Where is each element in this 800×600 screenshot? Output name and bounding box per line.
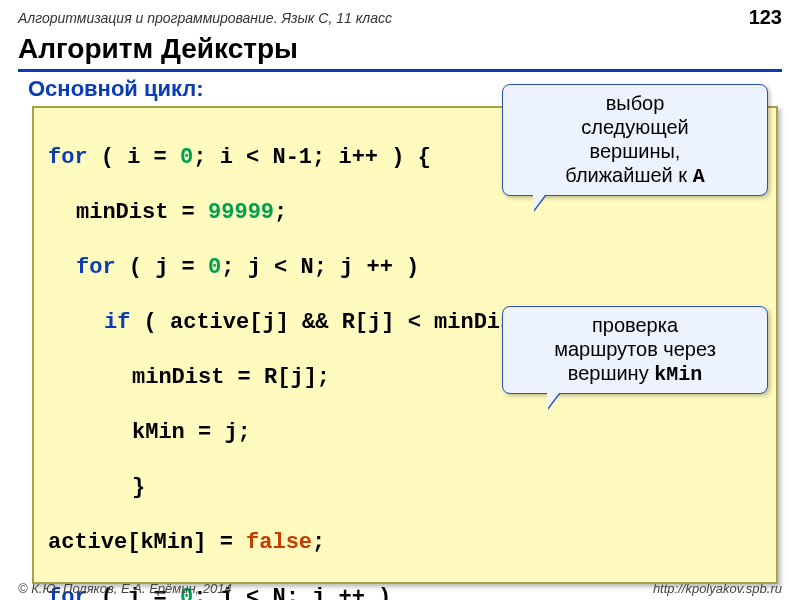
callout-mono: kMin <box>654 363 702 386</box>
code-text: minDist = <box>76 200 208 225</box>
callout-tail-icon <box>547 393 559 409</box>
callout-text: ближайшей к A <box>515 163 755 189</box>
keyword-for: for <box>76 255 116 280</box>
code-line: active[kMin] = false; <box>48 529 762 557</box>
callout-mono: A <box>693 165 705 188</box>
literal-number: 0 <box>180 145 193 170</box>
code-line: } <box>132 474 762 502</box>
callout-text: проверка <box>515 313 755 337</box>
code-text: ; <box>274 200 287 225</box>
code-line: for ( j = 0; j < N; j ++ ) <box>76 254 762 282</box>
callout-text: следующей <box>515 115 755 139</box>
callout-select-vertex: выбор следующей вершины, ближайшей к A <box>502 84 768 196</box>
code-line: minDist = 99999; <box>76 199 762 227</box>
code-text: ; i < N-1; i++ ) { <box>193 145 431 170</box>
topbar: Алгоритмизация и программирование. Язык … <box>0 0 800 33</box>
callout-text: вершину kMin <box>515 361 755 387</box>
callout-text: маршрутов через <box>515 337 755 361</box>
literal-number: 99999 <box>208 200 274 225</box>
literal-false: false <box>246 530 312 555</box>
keyword-for: for <box>48 145 88 170</box>
keyword-if: if <box>104 310 130 335</box>
callout-text: вершины, <box>515 139 755 163</box>
page-title: Алгоритм Дейкстры <box>18 33 782 72</box>
page-number: 123 <box>749 6 782 29</box>
course-title: Алгоритмизация и программирование. Язык … <box>18 10 392 26</box>
code-text: ( i = <box>88 145 180 170</box>
callout-text: выбор <box>515 91 755 115</box>
code-text: ; j < N; j ++ ) <box>221 255 419 280</box>
code-line: kMin = j; <box>132 419 762 447</box>
callout-check-routes: проверка маршрутов через вершину kMin <box>502 306 768 394</box>
code-text: ; <box>312 530 325 555</box>
slide: Алгоритмизация и программирование. Язык … <box>0 0 800 600</box>
code-text: ( j = <box>116 255 208 280</box>
footer-url: http://kpolyakov.spb.ru <box>653 581 782 596</box>
code-text: active[kMin] = <box>48 530 246 555</box>
literal-number: 0 <box>208 255 221 280</box>
copyright: © К.Ю. Поляков, Е.А. Ерёмин, 2014 <box>18 581 232 596</box>
footer: © К.Ю. Поляков, Е.А. Ерёмин, 2014 http:/… <box>18 581 782 596</box>
callout-tail-icon <box>533 195 545 211</box>
code-text: ( active[j] && R[j] < minDist) { <box>130 310 566 335</box>
